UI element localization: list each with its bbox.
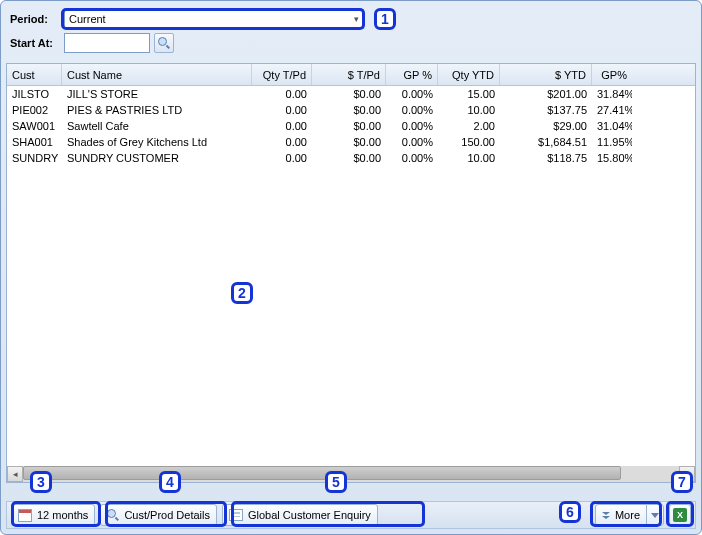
col-gpytd[interactable]: GP% xyxy=(592,64,632,85)
global-customer-enquiry-label: Global Customer Enquiry xyxy=(248,509,371,521)
startat-label: Start At: xyxy=(10,37,60,49)
cell: 0.00% xyxy=(386,88,438,100)
cell: $29.00 xyxy=(500,120,592,132)
cell: 31.04% xyxy=(592,120,632,132)
col-sytd[interactable]: $ YTD xyxy=(500,64,592,85)
cell: 11.95% xyxy=(592,136,632,148)
cell: $118.75 xyxy=(500,152,592,164)
table-row[interactable]: JILSTOJILL'S STORE0.00$0.000.00%15.00$20… xyxy=(7,86,695,102)
scroll-right-button[interactable]: ▸ xyxy=(679,466,695,482)
more-button-main[interactable]: More xyxy=(595,504,646,526)
table-row[interactable]: PIE002PIES & PASTRIES LTD0.00$0.000.00%1… xyxy=(7,102,695,118)
horizontal-scrollbar[interactable]: ◂ ▸ xyxy=(7,466,695,482)
chevron-down-icon: ▾ xyxy=(354,14,359,24)
window-frame: Period: Current ▾ Start At: Cust Cust Na… xyxy=(0,0,702,535)
cell: $201.00 xyxy=(500,88,592,100)
cell: 2.00 xyxy=(438,120,500,132)
col-custname[interactable]: Cust Name xyxy=(62,64,252,85)
col-gp[interactable]: GP % xyxy=(386,64,438,85)
scroll-track[interactable] xyxy=(23,466,679,482)
cell: 0.00 xyxy=(252,136,312,148)
filter-bar: Period: Current ▾ Start At: xyxy=(6,6,696,63)
search-icon xyxy=(158,37,170,49)
cell: 31.84% xyxy=(592,88,632,100)
col-qtytpd[interactable]: Qty T/Pd xyxy=(252,64,312,85)
more-button[interactable]: More xyxy=(595,504,664,526)
cell: 0.00% xyxy=(386,104,438,116)
form-icon xyxy=(229,509,243,521)
table-row[interactable]: SHA001Shades of Grey Kitchens Ltd0.00$0.… xyxy=(7,134,695,150)
cell: 10.00 xyxy=(438,152,500,164)
table-row[interactable]: SAW001Sawtell Cafe0.00$0.000.00%2.00$29.… xyxy=(7,118,695,134)
cell: $0.00 xyxy=(312,136,386,148)
table-body: JILSTOJILL'S STORE0.00$0.000.00%15.00$20… xyxy=(7,86,695,166)
cell: JILSTO xyxy=(7,88,62,100)
table-header: Cust Cust Name Qty T/Pd $ T/Pd GP % Qty … xyxy=(7,64,695,86)
cell: 15.80% xyxy=(592,152,632,164)
col-qtyytd[interactable]: Qty YTD xyxy=(438,64,500,85)
period-value: Current xyxy=(69,13,106,25)
cell: PIES & PASTRIES LTD xyxy=(62,104,252,116)
cell: 15.00 xyxy=(438,88,500,100)
scroll-thumb[interactable] xyxy=(23,466,621,480)
col-cust[interactable]: Cust xyxy=(7,64,62,85)
cell: 0.00 xyxy=(252,104,312,116)
period-label: Period: xyxy=(10,13,60,25)
period-select[interactable]: Current ▾ xyxy=(64,9,364,29)
startat-input[interactable] xyxy=(64,33,150,53)
cell: SAW001 xyxy=(7,120,62,132)
cell: Shades of Grey Kitchens Ltd xyxy=(62,136,252,148)
cell: SUNDRY xyxy=(7,152,62,164)
twelve-months-label: 12 months xyxy=(37,509,88,521)
customer-table: Cust Cust Name Qty T/Pd $ T/Pd GP % Qty … xyxy=(6,63,696,483)
cell: 0.00 xyxy=(252,152,312,164)
calendar-icon xyxy=(18,509,32,522)
cell: 0.00 xyxy=(252,120,312,132)
search-icon xyxy=(107,509,119,521)
cell: SHA001 xyxy=(7,136,62,148)
cust-prod-details-label: Cust/Prod Details xyxy=(124,509,210,521)
cell: $137.75 xyxy=(500,104,592,116)
chevron-down-icon xyxy=(651,513,659,518)
cell: PIE002 xyxy=(7,104,62,116)
cell: Sawtell Cafe xyxy=(62,120,252,132)
cell: $0.00 xyxy=(312,104,386,116)
startat-lookup-button[interactable] xyxy=(154,33,174,53)
cell: 10.00 xyxy=(438,104,500,116)
cell: $1,684.51 xyxy=(500,136,592,148)
more-button-dropdown[interactable] xyxy=(646,504,664,526)
cell: SUNDRY CUSTOMER xyxy=(62,152,252,164)
cell: 0.00% xyxy=(386,152,438,164)
excel-icon: X xyxy=(673,508,687,522)
col-stpd[interactable]: $ T/Pd xyxy=(312,64,386,85)
bottom-toolbar: 12 months Cust/Prod Details Global Custo… xyxy=(6,501,696,529)
cell: JILL'S STORE xyxy=(62,88,252,100)
table-row[interactable]: SUNDRYSUNDRY CUSTOMER0.00$0.000.00%10.00… xyxy=(7,150,695,166)
twelve-months-button[interactable]: 12 months xyxy=(11,504,95,526)
global-customer-enquiry-button[interactable]: Global Customer Enquiry xyxy=(222,504,378,526)
cell: 0.00% xyxy=(386,120,438,132)
export-excel-button[interactable]: X xyxy=(669,504,691,526)
cell: $0.00 xyxy=(312,120,386,132)
scroll-left-button[interactable]: ◂ xyxy=(7,466,23,482)
cell: 0.00% xyxy=(386,136,438,148)
cell: 150.00 xyxy=(438,136,500,148)
more-label: More xyxy=(615,509,640,521)
cell: $0.00 xyxy=(312,152,386,164)
cust-prod-details-button[interactable]: Cust/Prod Details xyxy=(100,504,217,526)
expand-icon xyxy=(602,512,610,519)
cell: 27.41% xyxy=(592,104,632,116)
cell: 0.00 xyxy=(252,88,312,100)
cell: $0.00 xyxy=(312,88,386,100)
